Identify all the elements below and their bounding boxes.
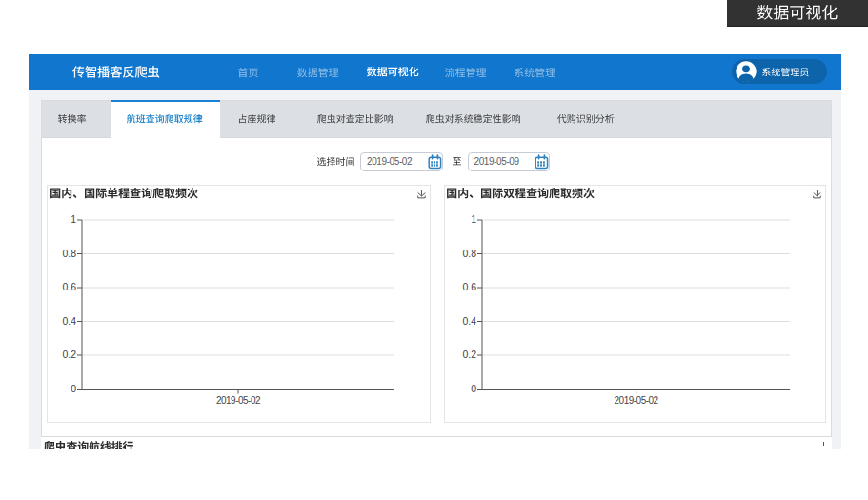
svg-text:2019-05-02: 2019-05-02 bbox=[216, 395, 261, 406]
svg-text:0.2: 0.2 bbox=[462, 349, 476, 360]
svg-text:0: 0 bbox=[471, 383, 476, 394]
svg-text:1: 1 bbox=[471, 213, 476, 225]
svg-text:2019-05-02: 2019-05-02 bbox=[614, 395, 658, 406]
svg-text:0.6: 0.6 bbox=[462, 281, 476, 292]
svg-text:0.8: 0.8 bbox=[63, 248, 77, 259]
svg-text:0.2: 0.2 bbox=[63, 349, 77, 360]
svg-text:0.4: 0.4 bbox=[63, 315, 77, 327]
svg-text:1: 1 bbox=[71, 213, 76, 225]
svg-text:0.4: 0.4 bbox=[462, 315, 476, 327]
svg-text:0.6: 0.6 bbox=[63, 281, 77, 292]
svg-text:0: 0 bbox=[71, 383, 76, 394]
svg-text:0.8: 0.8 bbox=[462, 248, 476, 259]
